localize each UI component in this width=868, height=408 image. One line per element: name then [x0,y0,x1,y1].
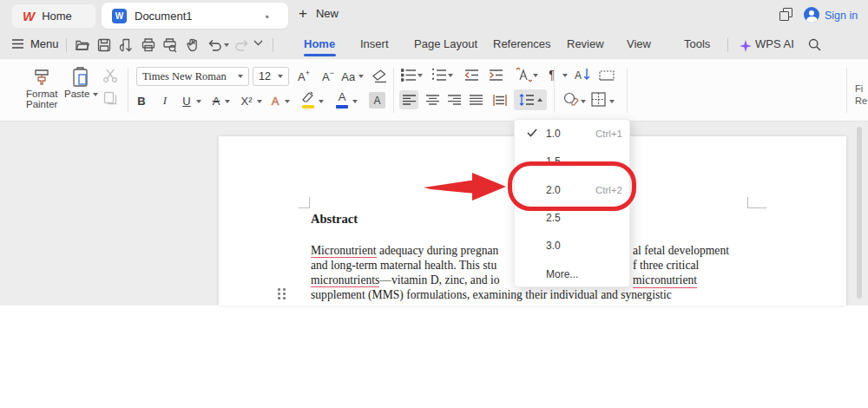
numbered-list-button[interactable] [431,69,446,82]
increase-indent-button[interactable] [489,69,503,82]
align-right-button[interactable] [444,90,464,109]
line-spacing-button[interactable] [514,89,547,110]
menu-item-more[interactable]: More... [515,260,631,288]
bold-button[interactable]: B [134,92,149,109]
home-tab-label: Home [42,10,72,23]
justify-button[interactable] [466,90,485,109]
superscript-caret-icon[interactable] [257,100,262,103]
underline-caret-icon[interactable] [196,100,201,103]
menu-item-3.0[interactable]: 3.0 [515,232,631,260]
tab-view[interactable]: View [627,37,651,50]
sort-button[interactable]: A [575,67,582,82]
misspelled-word: Micronutrient [311,244,377,258]
show-marks-button[interactable]: ¶ [545,66,559,83]
check-icon [527,128,537,137]
font-size-caret-icon [278,75,283,78]
align-right-icon [448,95,461,105]
margin-mark-right [747,197,766,208]
replace-button-cut[interactable]: Re [855,95,867,106]
numbered-list-caret-icon[interactable] [448,74,453,77]
tab-wps-ai[interactable]: WPS AI [755,37,794,50]
borders-caret-icon[interactable] [609,100,615,103]
tab-page-layout[interactable]: Page Layout [414,37,477,50]
title-bar: W Home W Document1 • + New Sign in [0,0,868,31]
tab-review[interactable]: Review [567,37,604,50]
menu-item-1.0[interactable]: 1.0Ctrl+1 [515,120,631,148]
borders-button[interactable] [591,92,606,107]
font-name-combo[interactable]: Times New Roman [136,67,249,86]
char-shading-button[interactable]: A [369,92,385,109]
align-left-button[interactable] [399,90,418,109]
decrease-indent-button[interactable] [464,69,479,82]
font-size-value: 12 [259,70,271,82]
toolbar-more-button[interactable] [253,40,269,56]
home-launcher-tab[interactable]: W Home [12,4,95,28]
main-menu-button[interactable]: Menu [12,37,59,50]
format-painter-button[interactable]: Format Painter [26,66,57,109]
text-scale-caret-icon[interactable] [533,74,538,77]
hand-tool-button[interactable] [185,37,201,53]
separator [128,68,128,113]
undo-button[interactable] [207,37,222,53]
document-tab[interactable]: W Document1 • [102,3,288,29]
sign-in-link[interactable]: Sign in [825,10,858,22]
paste-button[interactable]: Paste [64,66,98,99]
tab-insert[interactable]: Insert [360,37,389,50]
font-color-button[interactable]: A [334,90,350,109]
strikethrough-caret-icon[interactable] [225,100,230,103]
bullet-list-caret-icon[interactable] [418,74,423,77]
plus-icon: + [299,6,307,21]
search-button[interactable] [808,38,824,54]
distribute-button[interactable] [490,90,510,109]
doc-line-1-right: al fetal development [633,243,729,258]
font-name-value: Times New Roman [142,70,227,83]
document-canvas[interactable]: Abstract Micronutrient adequacy during p… [0,122,868,306]
save-button[interactable] [96,37,112,53]
decrease-font-button[interactable]: A− [319,68,338,85]
open-file-button[interactable] [75,37,90,53]
strikethrough-button[interactable]: A [208,92,224,109]
align-center-button[interactable] [423,90,442,109]
avatar[interactable] [804,7,819,23]
text-wrap-button[interactable] [599,70,615,81]
clear-format-button[interactable] [372,69,388,83]
underline-button[interactable]: U [179,92,194,109]
italic-button[interactable]: I [158,92,172,109]
increase-font-button[interactable]: A+ [294,68,313,85]
redo-button[interactable] [234,37,250,53]
bullet-list-button[interactable] [401,69,416,82]
shading-caret-icon[interactable] [581,100,586,103]
tab-home[interactable]: Home [304,37,335,50]
highlight-caret-icon[interactable] [319,100,324,103]
shading-button[interactable] [562,91,579,108]
font-size-combo[interactable]: 12 [253,67,289,86]
numbered-list-icon [431,69,446,82]
font-color-caret-icon[interactable] [352,100,358,103]
margin-mark-left [299,197,310,208]
export-pdf-button[interactable] [118,37,134,53]
show-marks-caret-icon[interactable] [562,74,568,77]
text-effects-caret-icon[interactable] [285,100,290,103]
doc-heading: Abstract [311,212,358,227]
copy-icon [102,90,118,106]
text-effects-button[interactable]: A [267,92,283,109]
print-button[interactable] [141,37,156,53]
tab-tools[interactable]: Tools [684,37,710,50]
find-button-cut[interactable]: Fi [855,83,863,94]
annotation-arrow-icon [422,169,509,204]
highlight-color-button[interactable] [300,90,316,109]
copy-button[interactable] [102,90,118,106]
tab-references[interactable]: References [493,37,550,50]
restore-window-icon[interactable] [779,8,793,22]
paragraph-drag-handle[interactable] [278,288,287,301]
print-preview-button[interactable] [162,37,178,53]
format-painter-label-2: Painter [26,99,57,109]
folder-open-icon [75,37,90,53]
new-document-button[interactable]: + New [299,6,339,21]
cut-button[interactable] [102,68,118,83]
undo-dropdown-caret[interactable] [224,43,229,47]
superscript-button[interactable]: X² [236,92,257,109]
text-scale-button[interactable] [514,66,533,83]
vertical-scrollbar[interactable] [857,127,862,299]
change-case-button[interactable]: Aa [342,68,363,85]
